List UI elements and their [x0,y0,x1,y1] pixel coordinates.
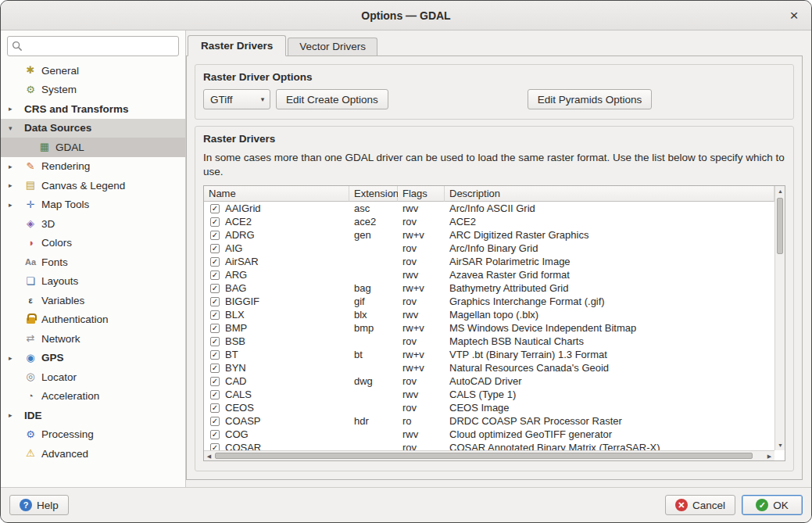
driver-enabled-checkbox[interactable]: ✓ [210,390,220,399]
column-header-description[interactable]: Description [445,186,774,202]
settings-search-input[interactable] [7,36,179,56]
sidebar-item-crs-and-transforms[interactable]: ▸CRS and Transforms [1,99,185,119]
column-header-name[interactable]: Name [204,186,349,202]
column-header-extension[interactable]: Extension [349,186,398,202]
driver-enabled-checkbox[interactable]: ✓ [210,204,220,213]
sidebar-item-map-tools[interactable]: ▸✛Map Tools [1,195,185,215]
horizontal-scrollbar-thumb[interactable] [215,453,753,459]
driver-enabled-checkbox[interactable]: ✓ [210,417,220,426]
ok-button[interactable]: ✓ OK [742,495,803,515]
table-row[interactable]: ✓ADRGgenrw+vARC Digitized Raster Graphic… [204,228,774,242]
sidebar-item-network[interactable]: ⇄Network [1,329,185,349]
driver-enabled-checkbox[interactable]: ✓ [210,377,220,386]
table-row[interactable]: ✓ACE2ace2rovACE2 [204,215,774,228]
driver-flags: rov [398,242,445,255]
driver-enabled-checkbox[interactable]: ✓ [210,430,220,439]
sidebar-item-acceleration[interactable]: ◔Acceleration [1,387,185,407]
driver-extension: bag [349,281,398,295]
driver-combobox[interactable]: GTiff ▾ [203,89,270,109]
cancel-button[interactable]: ✕ Cancel [665,495,735,515]
driver-enabled-checkbox[interactable]: ✓ [210,217,220,227]
driver-extension: bt [349,348,398,361]
table-row[interactable]: ✓BIGGIFgifrovGraphics Interchange Format… [204,295,774,308]
sidebar-item-ide[interactable]: ▸IDE [1,406,185,425]
vertical-scrollbar-thumb[interactable] [777,198,783,254]
edit-pyramids-options-button[interactable]: Edit Pyramids Options [528,89,653,109]
table-row[interactable]: ✓COGrwvCloud optimized GeoTIFF generator [204,428,774,441]
scroll-down-icon[interactable]: ▼ [775,440,785,450]
driver-enabled-checkbox[interactable]: ✓ [210,403,220,413]
sidebar-item-variables[interactable]: εVariables [1,291,185,310]
driver-enabled-checkbox[interactable]: ✓ [210,310,220,320]
chevron-right-icon[interactable]: ▸ [5,163,24,170]
scroll-right-icon[interactable]: ▶ [764,451,774,461]
chevron-right-icon[interactable]: ▸ [5,181,24,189]
driver-enabled-checkbox[interactable]: ✓ [210,297,220,306]
scroll-up-icon[interactable]: ▲ [775,186,785,196]
edit-create-options-button[interactable]: Edit Create Options [276,89,388,109]
driver-enabled-checkbox[interactable]: ✓ [210,244,220,253]
table-row[interactable]: ✓BSBrovMaptech BSB Nautical Charts [204,335,774,348]
table-row[interactable]: ✓COSARrovCOSAR Annotated Binary Matrix (… [204,441,774,450]
sidebar-item-advanced[interactable]: ⚠Advanced [1,444,185,464]
sidebar-item-fonts[interactable]: AaFonts [1,253,185,272]
speedometer-icon: ◔ [24,390,37,403]
driver-enabled-checkbox[interactable]: ✓ [210,231,220,240]
table-row[interactable]: ✓BAGbagrw+vBathymetry Attributed Grid [204,281,774,295]
chevron-right-icon[interactable]: ▸ [5,201,24,209]
table-row[interactable]: ✓CALSrwvCALS (Type 1) [204,388,774,401]
table-row[interactable]: ✓COASPhdrroDRDC COASP SAR Processor Rast… [204,414,774,428]
scroll-left-icon[interactable]: ◀ [204,451,214,461]
sidebar-item-colors[interactable]: ◑Colors [1,234,185,253]
table-row[interactable]: ✓ARGrwvAzavea Raster Grid format [204,268,774,281]
driver-name: COSAR [225,442,261,450]
sidebar-item-layouts[interactable]: ❏Layouts [1,272,185,292]
sidebar-item-processing[interactable]: ⚙Processing [1,425,185,445]
tab-vector-drivers[interactable]: Vector Drivers [288,38,377,56]
table-row[interactable]: ✓BLXblxrwvMagellan topo (.blx) [204,308,774,321]
driver-enabled-checkbox[interactable]: ✓ [210,364,220,373]
sidebar-item-canvas-legend[interactable]: ▸▤Canvas & Legend [1,176,185,195]
table-row[interactable]: ✓CEOSrovCEOS Image [204,401,774,414]
sidebar-item-gdal[interactable]: ▦GDAL [1,138,185,157]
sidebar-item-3d[interactable]: ◈3D [1,214,185,234]
table-row[interactable]: ✓AIGrovArc/Info Binary Grid [204,242,774,255]
table-row[interactable]: ✓AirSARrovAirSAR Polarimetric Image [204,255,774,268]
chevron-right-icon[interactable]: ▸ [5,411,24,419]
sidebar-item-authentication[interactable]: Authentication [1,310,185,330]
sidebar-item-rendering[interactable]: ▸✎Rendering [1,157,185,177]
table-row[interactable]: ✓CADdwgrovAutoCAD Driver [204,374,774,388]
chevron-down-icon[interactable]: ▾ [5,124,24,132]
chevron-right-icon[interactable]: ▸ [5,354,24,362]
sidebar-item-locator[interactable]: ◎Locator [1,367,185,387]
driver-enabled-checkbox[interactable]: ✓ [210,324,220,333]
driver-enabled-checkbox[interactable]: ✓ [210,257,220,267]
sidebar-item-gps[interactable]: ▸◉GPS [1,349,185,368]
driver-name: BLX [225,309,245,321]
driver-enabled-checkbox[interactable]: ✓ [210,350,220,360]
sidebar-item-general[interactable]: ✱General [1,61,185,81]
sidebar: ✱General⚙System▸CRS and Transforms▾Data … [1,30,186,487]
driver-enabled-checkbox[interactable]: ✓ [210,337,220,346]
table-row[interactable]: ✓BYNrw+vNatural Resources Canada's Geoid [204,361,774,374]
table-row[interactable]: ✓BMPbmprw+vMS Windows Device Independent… [204,321,774,335]
table-row[interactable]: ✓BTbtrw+vVTP .bt (Binary Terrain) 1.3 Fo… [204,348,774,361]
help-button[interactable]: ? Help [9,495,69,515]
gear-icon: ⚙ [24,84,37,96]
sidebar-item-system[interactable]: ⚙System [1,81,185,100]
horizontal-scrollbar[interactable]: ◀ ▶ [204,450,774,460]
chevron-right-icon[interactable]: ▸ [5,105,24,113]
vertical-scrollbar[interactable]: ▲ ▼ [774,186,785,450]
driver-enabled-checkbox[interactable]: ✓ [210,443,220,450]
titlebar[interactable]: Options — GDAL × [1,1,811,30]
driver-name: CEOS [225,402,254,414]
raster-driver-options-group: Raster Driver Options GTiff ▾ Edit Creat… [195,64,794,120]
sidebar-item-label: Fonts [41,256,68,268]
table-row[interactable]: ✓AAIGridascrwvArc/Info ASCII Grid [204,202,774,215]
close-button[interactable]: × [785,6,803,25]
sidebar-item-data-sources[interactable]: ▾Data Sources [1,119,185,138]
driver-enabled-checkbox[interactable]: ✓ [210,284,220,293]
column-header-flags[interactable]: Flags [398,186,445,202]
driver-enabled-checkbox[interactable]: ✓ [210,270,220,280]
tab-raster-drivers[interactable]: Raster Drivers [188,35,286,56]
